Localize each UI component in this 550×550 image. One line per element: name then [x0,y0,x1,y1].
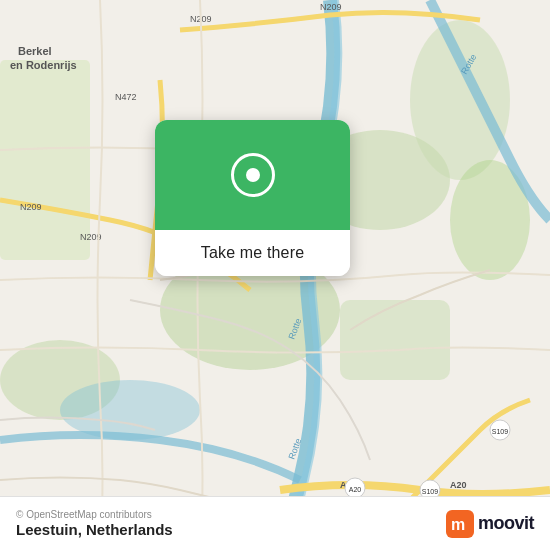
svg-text:N472: N472 [115,92,137,102]
location-pin-icon [231,153,275,197]
popup-card: Take me there [155,120,350,276]
svg-text:A20: A20 [450,480,467,490]
take-me-there-button[interactable]: Take me there [155,230,350,276]
svg-text:Berkel: Berkel [18,45,52,57]
bottom-left-info: © OpenStreetMap contributors Leestuin, N… [16,509,173,538]
pin-inner-dot [246,168,260,182]
moovit-logo: m moovit [446,510,534,538]
svg-text:A20: A20 [349,486,362,493]
svg-text:en Rodenrijs: en Rodenrijs [10,59,77,71]
svg-text:m: m [451,516,465,533]
svg-rect-5 [0,60,90,260]
location-name: Leestuin, Netherlands [16,521,173,538]
map-container: N209 N209 N472 N209 N209 A20 A20 A20 S10… [0,0,550,550]
svg-text:N209: N209 [320,2,342,12]
moovit-brand-text: moovit [478,513,534,534]
svg-text:S109: S109 [492,428,508,435]
bottom-bar: © OpenStreetMap contributors Leestuin, N… [0,496,550,550]
svg-text:S109: S109 [422,488,438,495]
svg-point-8 [60,380,200,440]
osm-copyright: © OpenStreetMap contributors [16,509,173,520]
moovit-icon: m [446,510,474,538]
svg-text:N209: N209 [20,202,42,212]
popup-header [155,120,350,230]
svg-point-6 [410,20,510,180]
svg-rect-3 [340,300,450,380]
